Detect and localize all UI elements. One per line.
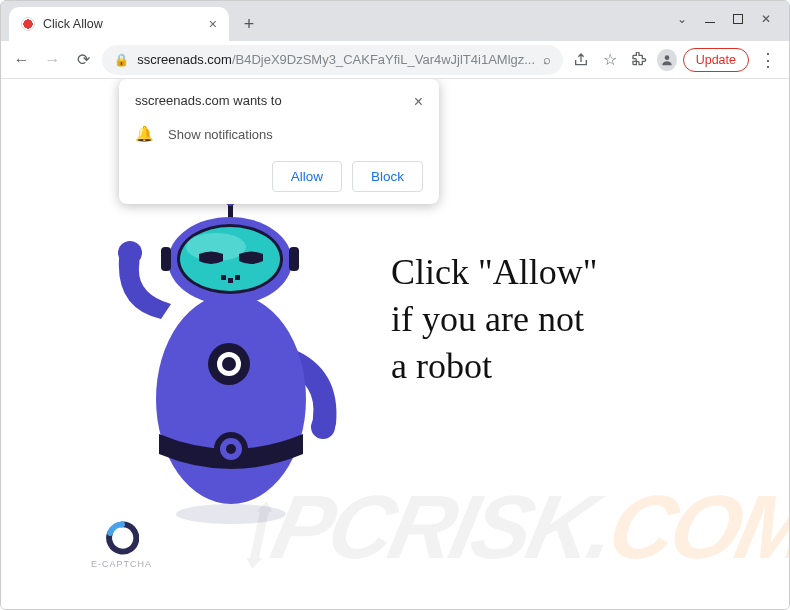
new-tab-button[interactable]: + (235, 10, 263, 38)
menu-kebab-icon[interactable]: ⋮ (755, 49, 781, 71)
window-maximize-icon[interactable] (733, 14, 743, 24)
back-button[interactable]: ← (9, 46, 34, 74)
permission-popup: sscreenads.com wants to × 🔔 Show notific… (119, 79, 439, 204)
bookmark-star-icon[interactable]: ☆ (598, 47, 621, 73)
tab-favicon-icon (21, 17, 35, 31)
reload-button[interactable]: ⟳ (71, 46, 96, 74)
lock-icon: 🔒 (114, 53, 129, 67)
permission-notification-label: Show notifications (168, 127, 273, 142)
svg-rect-20 (161, 247, 171, 271)
window-close-icon[interactable]: ✕ (761, 12, 771, 26)
captcha-label: E-CAPTCHA (91, 559, 152, 569)
permission-close-icon[interactable]: × (414, 93, 423, 111)
bell-icon: 🔔 (135, 125, 154, 143)
svg-point-10 (222, 357, 236, 371)
instruction-line-2: if you are not (391, 296, 597, 343)
block-button[interactable]: Block (352, 161, 423, 192)
page-content: sscreenads.com wants to × 🔔 Show notific… (1, 79, 789, 609)
window-minimize-icon[interactable] (705, 22, 715, 23)
instruction-line-1: Click "Allow" (391, 249, 597, 296)
captcha-icon (105, 521, 139, 555)
forward-button[interactable]: → (40, 46, 65, 74)
page-instruction: Click "Allow" if you are not a robot (391, 249, 597, 389)
svg-point-4 (156, 294, 306, 504)
svg-point-2 (118, 241, 142, 265)
tab-close-icon[interactable]: × (209, 16, 217, 32)
svg-point-0 (664, 55, 669, 60)
share-icon[interactable] (569, 47, 592, 73)
instruction-line-3: a robot (391, 343, 597, 390)
svg-point-3 (311, 415, 335, 439)
svg-point-1 (176, 504, 286, 524)
address-bar[interactable]: 🔒 sscreenads.com/B4DjeX9DzSMy3_CAKFaYfiL… (102, 45, 563, 75)
allow-button[interactable]: Allow (272, 161, 342, 192)
browser-toolbar: ← → ⟳ 🔒 sscreenads.com/B4DjeX9DzSMy3_CAK… (1, 41, 789, 79)
permission-origin: sscreenads.com wants to (135, 93, 282, 108)
search-icon[interactable]: ⌕ (543, 52, 551, 67)
browser-tab[interactable]: Click Allow × (9, 7, 229, 41)
svg-rect-21 (289, 247, 299, 271)
svg-rect-19 (235, 275, 240, 280)
svg-rect-18 (228, 278, 233, 283)
captcha-badge: E-CAPTCHA (91, 521, 152, 569)
url-text: sscreenads.com/B4DjeX9DzSMy3_CAKFaYfiL_V… (137, 52, 535, 67)
svg-rect-17 (221, 275, 226, 280)
svg-point-7 (226, 444, 236, 454)
profile-avatar[interactable] (657, 49, 677, 71)
update-button[interactable]: Update (683, 48, 749, 72)
tab-title: Click Allow (43, 17, 201, 31)
window-dropdown-icon[interactable]: ⌄ (677, 12, 687, 26)
extensions-icon[interactable] (628, 47, 651, 73)
robot-illustration (101, 199, 361, 533)
